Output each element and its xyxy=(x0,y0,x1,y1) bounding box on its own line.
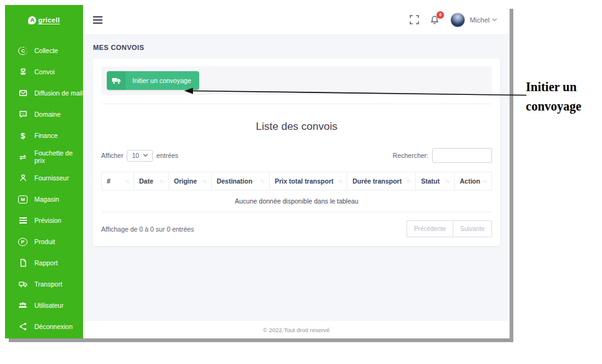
sidebar-item-fournisseur[interactable]: Fournisseur xyxy=(5,167,83,189)
exchange-arrows-icon: ⇌ xyxy=(18,152,27,162)
pagination: Précédente Suivante xyxy=(407,220,492,237)
sidebar-item-convoi[interactable]: Convoi xyxy=(5,61,83,82)
button-strip: Initier un convoyage xyxy=(101,66,492,95)
sort-icon: ↑↓ xyxy=(407,179,410,184)
list-icon xyxy=(18,216,27,225)
brand-logo-text: gricell xyxy=(38,16,60,24)
fullscreen-icon[interactable] xyxy=(410,15,419,24)
topbar: 0 Michel xyxy=(83,5,510,35)
search-label: Rechercher: xyxy=(393,152,428,159)
sidebar-item-produit[interactable]: P Produit xyxy=(5,231,83,252)
sort-icon: ↑↓ xyxy=(160,179,164,184)
chevron-down-icon xyxy=(143,154,148,157)
sort-icon: ↑↓ xyxy=(445,179,449,184)
sidebar-item-diffusion-de-mail[interactable]: Diffusion de mail xyxy=(5,82,83,104)
sidebar-item-transport[interactable]: Transport xyxy=(5,273,83,295)
convois-table: #↑↓ Date↑↓ Origine↑↓ Destination↑↓ Prix … xyxy=(101,172,492,212)
brand-logo[interactable]: A gricell xyxy=(5,5,83,35)
column-header-date[interactable]: Date↑↓ xyxy=(134,172,169,190)
sidebar-item-label: Diffusion de mail xyxy=(34,89,82,97)
sort-icon: ↑↓ xyxy=(202,179,206,184)
truck-icon xyxy=(18,280,27,289)
column-header-statut[interactable]: Statut↑↓ xyxy=(416,172,455,190)
sidebar-item-collecte[interactable]: C Collecte xyxy=(5,40,83,61)
table-header-row: #↑↓ Date↑↓ Origine↑↓ Destination↑↓ Prix … xyxy=(102,172,492,190)
sidebar-item-domaine[interactable]: Domaine xyxy=(5,104,83,125)
notification-bell-icon[interactable]: 0 xyxy=(430,15,440,25)
search-input[interactable] xyxy=(432,148,492,163)
annotation-label: Initier un convoyage xyxy=(526,77,601,116)
sidebar-item-label: Utilisateur xyxy=(34,302,64,309)
length-prefix-label: Afficher xyxy=(101,152,123,159)
sidebar: A gricell C Collecte Convoi Diffusion de… xyxy=(5,5,83,338)
chevron-down-icon xyxy=(492,18,497,22)
sidebar-item-label: Finance xyxy=(34,132,57,139)
column-header-origine[interactable]: Origine↑↓ xyxy=(169,172,211,190)
sort-icon: ↑↓ xyxy=(483,179,486,184)
share-logout-icon xyxy=(18,322,27,332)
dollar-icon: $ xyxy=(18,131,27,140)
column-header-destination[interactable]: Destination↑↓ xyxy=(211,172,269,190)
app-window: A gricell C Collecte Convoi Diffusion de… xyxy=(5,5,510,338)
table-title: Liste des convois xyxy=(101,121,492,133)
sidebar-item-deconnexion[interactable]: Déconnexion xyxy=(5,316,83,337)
users-group-icon xyxy=(18,301,27,310)
notification-badge: 0 xyxy=(437,11,444,19)
sidebar-item-prevision[interactable]: Prévision xyxy=(5,210,83,231)
main-content: MES CONVOIS Initier un convoyage Liste d… xyxy=(83,35,510,338)
sort-icon: ↑↓ xyxy=(338,179,342,184)
sort-icon: ↑↓ xyxy=(260,179,264,184)
sidebar-item-fouchette-de-prix[interactable]: ⇌ Fouchette de prix xyxy=(5,146,83,167)
avatar xyxy=(450,12,465,27)
empty-table-row: Aucune donnée disponible dans le tableau xyxy=(102,190,492,212)
empty-table-message: Aucune donnée disponible dans le tableau xyxy=(102,190,492,212)
sidebar-item-label: Magasin xyxy=(34,195,59,203)
sidebar-nav: C Collecte Convoi Diffusion de mail Doma… xyxy=(5,35,83,337)
initier-convoyage-button[interactable]: Initier un convoyage xyxy=(107,71,199,90)
sidebar-item-label: Collecte xyxy=(34,47,58,54)
sidebar-item-label: Déconnexion xyxy=(34,323,72,330)
entries-info: Affichage de 0 à 0 sur 0 entrées xyxy=(101,225,194,233)
length-suffix-label: entrées xyxy=(157,152,179,159)
initier-convoyage-label: Initier un convoyage xyxy=(126,71,199,90)
sidebar-item-label: Domaine xyxy=(34,111,61,118)
column-header-index[interactable]: #↑↓ xyxy=(102,172,134,190)
sidebar-item-rapport[interactable]: Rapport xyxy=(5,252,83,273)
table-footer: Affichage de 0 à 0 sur 0 entrées Précéde… xyxy=(101,220,492,237)
sidebar-item-label: Fouchette de prix xyxy=(34,149,83,164)
speech-bubble-icon xyxy=(18,110,27,119)
column-header-prix-total-transport[interactable]: Prix total transport↑↓ xyxy=(270,172,347,190)
table-controls: Afficher 10 entrées Rechercher: xyxy=(101,148,492,163)
entries-select[interactable]: 10 xyxy=(127,150,152,162)
convois-card: Initier un convoyage Liste des convois A… xyxy=(93,59,500,246)
column-header-action[interactable]: Action↑↓ xyxy=(455,172,492,190)
leaf-logo-icon: A xyxy=(28,16,36,24)
sidebar-item-label: Convoi xyxy=(34,68,55,76)
page-length-control: Afficher 10 entrées xyxy=(101,150,179,162)
sidebar-item-label: Transport xyxy=(34,280,62,288)
sidebar-item-magasin[interactable]: M Magasin xyxy=(5,189,83,210)
previous-page-button[interactable]: Précédente xyxy=(407,220,453,237)
hamburger-menu-icon[interactable] xyxy=(93,16,102,24)
sidebar-item-finance[interactable]: $ Finance xyxy=(5,125,83,146)
app-footer: © 2022.Tout droit reservé xyxy=(83,321,510,338)
collecte-icon: C xyxy=(18,47,27,55)
mail-icon xyxy=(18,89,27,98)
sidebar-item-label: Produit xyxy=(34,238,55,245)
sidebar-item-label: Fournisseur xyxy=(34,174,69,182)
ship-icon xyxy=(18,67,27,77)
column-header-duree-transport[interactable]: Durée transport↑↓ xyxy=(347,172,416,190)
sidebar-item-label: Prévision xyxy=(34,217,61,224)
store-icon: M xyxy=(18,195,27,204)
next-page-button[interactable]: Suivante xyxy=(453,220,492,237)
divider xyxy=(102,104,491,104)
person-icon xyxy=(18,174,27,183)
truck-button-icon xyxy=(107,71,126,90)
page-title: MES CONVOIS xyxy=(93,44,500,51)
sidebar-item-label: Rapport xyxy=(34,259,57,267)
sidebar-item-utilisateur[interactable]: Utilisateur xyxy=(5,295,83,316)
document-icon xyxy=(18,258,27,268)
product-icon: P xyxy=(18,238,27,246)
user-name: Michel xyxy=(470,16,490,24)
user-menu[interactable]: Michel xyxy=(450,12,497,27)
